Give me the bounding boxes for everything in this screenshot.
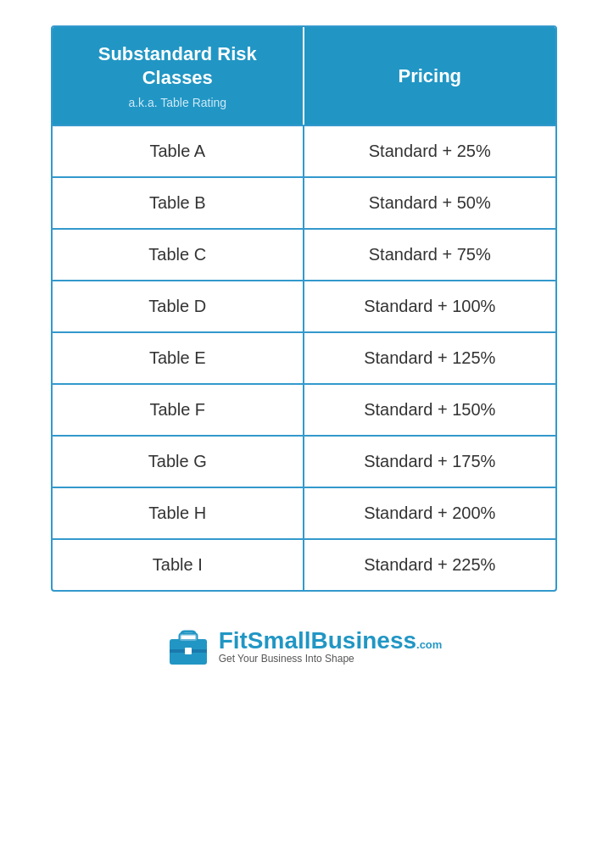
pricing-cell: Standard + 50%	[304, 178, 556, 228]
risk-classes-table: Substandard Risk Classes a.k.a. Table Ra…	[51, 25, 557, 592]
table-row: Table CStandard + 75%	[53, 228, 555, 280]
table-header: Substandard Risk Classes a.k.a. Table Ra…	[53, 27, 555, 125]
table-row: Table BStandard + 50%	[53, 176, 555, 228]
table-row: Table HStandard + 200%	[53, 487, 555, 538]
risk-class-cell: Table E	[53, 333, 304, 383]
table-body: Table AStandard + 25%Table BStandard + 5…	[53, 125, 555, 590]
risk-class-cell: Table D	[53, 281, 304, 331]
risk-class-cell: Table C	[53, 230, 304, 280]
brand-name: FitSmallBusiness.com	[219, 629, 443, 653]
svg-rect-4	[185, 648, 192, 654]
header-sub-title: a.k.a. Table Rating	[128, 96, 226, 109]
risk-class-cell: Table B	[53, 178, 304, 228]
pricing-cell: Standard + 200%	[304, 488, 556, 538]
pricing-cell: Standard + 175%	[304, 437, 556, 487]
pricing-cell: Standard + 125%	[304, 333, 556, 383]
pricing-cell: Standard + 225%	[304, 540, 556, 590]
pricing-cell: Standard + 75%	[304, 230, 556, 280]
header-main-title: Substandard Risk Classes	[70, 42, 286, 89]
header-left-cell: Substandard Risk Classes a.k.a. Table Ra…	[53, 27, 304, 125]
table-row: Table FStandard + 150%	[53, 383, 555, 435]
pricing-cell: Standard + 25%	[304, 126, 556, 176]
footer: FitSmallBusiness.com Get Your Business I…	[166, 617, 443, 678]
risk-class-cell: Table H	[53, 488, 304, 538]
brand-container: FitSmallBusiness.com Get Your Business I…	[166, 626, 443, 670]
header-right-cell: Pricing	[304, 27, 556, 125]
table-row: Table AStandard + 25%	[53, 125, 555, 176]
risk-class-cell: Table F	[53, 385, 304, 435]
table-row: Table EStandard + 125%	[53, 331, 555, 383]
risk-class-cell: Table I	[53, 540, 304, 590]
risk-class-cell: Table A	[53, 126, 304, 176]
svg-rect-2	[180, 634, 197, 641]
pricing-label: Pricing	[398, 65, 461, 87]
brand-tagline: Get Your Business Into Shape	[219, 653, 354, 666]
risk-class-cell: Table G	[53, 437, 304, 487]
brand-text: FitSmallBusiness.com Get Your Business I…	[219, 629, 443, 666]
pricing-cell: Standard + 100%	[304, 281, 556, 331]
table-row: Table GStandard + 175%	[53, 435, 555, 487]
table-row: Table DStandard + 100%	[53, 280, 555, 331]
brand-icon	[166, 626, 210, 670]
table-row: Table IStandard + 225%	[53, 538, 555, 590]
pricing-cell: Standard + 150%	[304, 385, 556, 435]
